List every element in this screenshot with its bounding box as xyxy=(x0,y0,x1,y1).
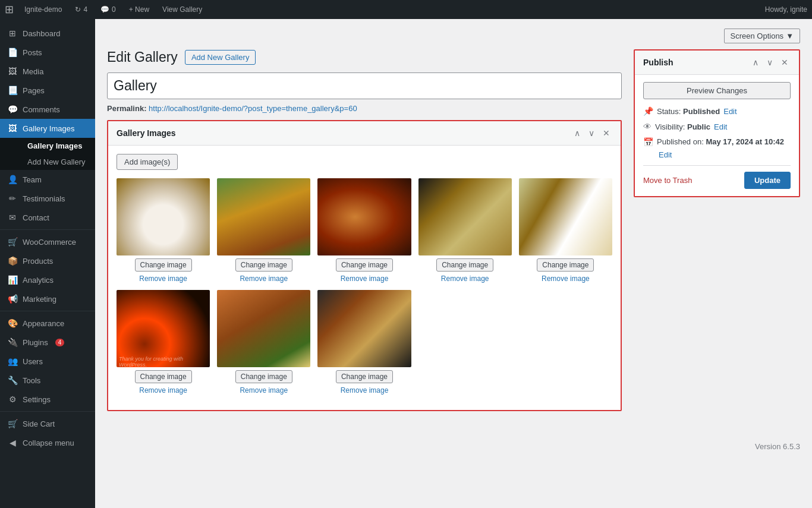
plugins-icon: 🔌 xyxy=(7,337,18,347)
change-image-button-7[interactable]: Change image xyxy=(235,370,292,383)
meta-box-collapse-down-button[interactable]: ∨ xyxy=(586,127,597,139)
sidebar-item-gallery-images[interactable]: 🖼 Gallery Images xyxy=(0,119,95,138)
image-item-3: Change image Remove image xyxy=(317,178,411,283)
image-thumb-1 xyxy=(117,178,210,255)
remove-image-link-7[interactable]: Remove image xyxy=(240,386,288,395)
sidebar-item-products[interactable]: 📦 Products xyxy=(0,251,95,270)
gallery-images-box-header: Gallery Images ∧ ∨ ✕ xyxy=(108,121,621,146)
change-image-button-5[interactable]: Change image xyxy=(537,258,594,272)
status-edit-link[interactable]: Edit xyxy=(723,107,737,116)
sidebar-item-pages[interactable]: 📃 Pages xyxy=(0,81,95,100)
publish-box: Publish ∧ ∨ ✕ Preview Changes 📌 Status: … xyxy=(634,49,800,197)
gallery-images-box: Gallery Images ∧ ∨ ✕ Add image(s) xyxy=(107,120,622,411)
admin-bar: ⊞ Ignite-demo ↻ 4 💬 0 + New View Gallery… xyxy=(0,0,812,19)
visibility-edit-link[interactable]: Edit xyxy=(714,122,727,131)
add-new-gallery-button[interactable]: Add New Gallery xyxy=(185,50,256,65)
published-on-edit-link[interactable]: Edit xyxy=(659,150,672,159)
publish-close-button[interactable]: ✕ xyxy=(779,56,791,68)
image-thumb-8 xyxy=(317,290,411,367)
sidebar-item-analytics[interactable]: 📊 Analytics xyxy=(0,270,95,289)
meta-box-collapse-up-button[interactable]: ∧ xyxy=(572,127,583,139)
permalink-link[interactable]: http://localhost/Ignite-demo/?post_type=… xyxy=(149,104,357,113)
remove-image-link-8[interactable]: Remove image xyxy=(341,386,389,395)
media-icon: 🖼 xyxy=(7,67,18,76)
view-gallery-link[interactable]: View Gallery xyxy=(160,5,204,14)
settings-icon: ⚙ xyxy=(7,395,18,404)
comments-icon: 💬 xyxy=(7,105,18,114)
sidebar-item-dashboard[interactable]: ⊞ Dashboard xyxy=(0,24,95,43)
sidebar-item-side-cart[interactable]: 🛒 Side Cart xyxy=(0,414,95,433)
move-to-trash-link[interactable]: Move to Trash xyxy=(643,176,692,185)
sidebar-item-collapse[interactable]: ◀ Collapse menu xyxy=(0,433,95,452)
sidebar-item-marketing[interactable]: 📢 Marketing xyxy=(0,289,95,308)
gallery-title-input[interactable] xyxy=(107,72,622,99)
status-row: 📌 Status: Published Edit xyxy=(643,106,791,116)
sidebar-item-testimonials[interactable]: ✏ Testimonials xyxy=(0,189,95,208)
visibility-row: 👁 Visibility: Public Edit xyxy=(643,122,791,131)
sidebar-sub-add-new-gallery[interactable]: Add New Gallery xyxy=(21,154,95,170)
collapse-icon: ◀ xyxy=(7,438,18,447)
comments-count[interactable]: 💬 0 xyxy=(98,5,118,14)
publish-collapse-down-button[interactable]: ∨ xyxy=(764,56,775,68)
gallery-images-submenu: Gallery Images Add New Gallery xyxy=(0,138,95,170)
sidebar-item-woocommerce[interactable]: 🛒 WooCommerce xyxy=(0,232,95,251)
sidebar-item-comments[interactable]: 💬 Comments xyxy=(0,100,95,119)
change-image-button-4[interactable]: Change image xyxy=(436,258,493,272)
sidebar: ⊞ Dashboard 📄 Posts 🖼 Media 📃 Pages 💬 Co… xyxy=(0,19,95,508)
screen-options-button[interactable]: Screen Options ▼ xyxy=(724,29,800,43)
image-thumb-5 xyxy=(519,178,612,255)
change-image-button-8[interactable]: Change image xyxy=(336,370,393,383)
remove-image-link-6[interactable]: Remove image xyxy=(139,386,187,395)
image-thumb-4 xyxy=(418,178,512,255)
publish-box-title: Publish xyxy=(643,58,673,67)
preview-changes-button[interactable]: Preview Changes xyxy=(643,82,791,99)
sidebar-item-users[interactable]: 👥 Users xyxy=(0,352,95,371)
remove-image-link-1[interactable]: Remove image xyxy=(139,274,187,283)
change-image-button-1[interactable]: Change image xyxy=(135,258,192,272)
image-thumb-7 xyxy=(217,290,310,367)
sidebar-item-contact[interactable]: ✉ Contact xyxy=(0,208,95,227)
remove-image-link-4[interactable]: Remove image xyxy=(441,274,489,283)
remove-image-link-2[interactable]: Remove image xyxy=(240,274,288,283)
new-button[interactable]: + New xyxy=(127,5,152,14)
image-item-7: Change image Remove image xyxy=(217,290,310,395)
pages-icon: 📃 xyxy=(7,86,18,95)
side-cart-icon: 🛒 xyxy=(7,419,18,428)
site-name[interactable]: Ignite-demo xyxy=(22,5,64,14)
change-image-button-3[interactable]: Change image xyxy=(336,258,393,272)
sidebar-item-appearance[interactable]: 🎨 Appearance xyxy=(0,314,95,333)
main-content: Screen Options ▼ Edit Gallery Add New Ga… xyxy=(95,19,812,508)
posts-icon: 📄 xyxy=(7,48,18,57)
image-item-5: Change image Remove image xyxy=(519,178,612,283)
meta-box-close-button[interactable]: ✕ xyxy=(600,127,612,139)
chevron-down-icon: ▼ xyxy=(786,31,794,40)
howdy-text: Howdy, ignite xyxy=(765,5,807,14)
sidebar-item-media[interactable]: 🖼 Media xyxy=(0,62,95,81)
sidebar-item-settings[interactable]: ⚙ Settings xyxy=(0,390,95,409)
gallery-images-box-content: Add image(s) Change image Remove image C… xyxy=(108,146,621,410)
remove-image-link-5[interactable]: Remove image xyxy=(542,274,590,283)
image-thumb-2 xyxy=(217,178,310,255)
change-image-button-2[interactable]: Change image xyxy=(235,258,292,272)
remove-image-link-3[interactable]: Remove image xyxy=(341,274,389,283)
sidebar-item-team[interactable]: 👤 Team xyxy=(0,170,95,189)
image-item-8: Change image Remove image xyxy=(317,290,411,395)
dashboard-icon: ⊞ xyxy=(7,29,18,38)
update-button[interactable]: Update xyxy=(744,172,791,189)
change-image-button-6[interactable]: Change image xyxy=(135,370,192,383)
sidebar-item-plugins[interactable]: 🔌 Plugins 4 xyxy=(0,333,95,352)
add-images-button[interactable]: Add image(s) xyxy=(117,154,178,170)
image-item-6: Thank you for creating with WordPress. C… xyxy=(117,290,210,395)
sidebar-item-posts[interactable]: 📄 Posts xyxy=(0,43,95,62)
updates-count[interactable]: ↻ 4 xyxy=(73,5,90,14)
page-title-row: Edit Gallery Add New Gallery xyxy=(107,49,622,65)
sidebar-sub-gallery-images[interactable]: Gallery Images xyxy=(21,138,95,154)
sidebar-item-tools[interactable]: 🔧 Tools xyxy=(0,371,95,390)
publish-collapse-up-button[interactable]: ∧ xyxy=(750,56,761,68)
publish-actions: Move to Trash Update xyxy=(643,165,791,189)
status-icon: 📌 xyxy=(643,106,653,116)
meta-box-controls: ∧ ∨ ✕ xyxy=(572,127,612,139)
image-item-4: Change image Remove image xyxy=(418,178,512,283)
products-icon: 📦 xyxy=(7,256,18,266)
content-header: Screen Options ▼ xyxy=(95,19,812,43)
